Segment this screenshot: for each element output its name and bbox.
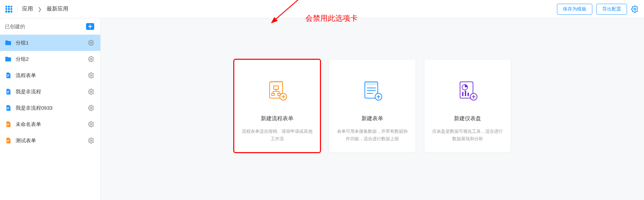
save-template-button[interactable]: 保存为模板	[557, 4, 592, 15]
breadcrumb-current: 最新应用	[47, 5, 68, 13]
svg-point-7	[90, 140, 92, 142]
create-card-1[interactable]: 新建表单表单可用来搜集数据，并带有数据协作功能，适合进行数据上报	[329, 59, 416, 153]
sidebar-header: 已创建的	[0, 18, 100, 35]
document-icon	[5, 105, 12, 111]
sidebar-item-label: 分组2	[16, 56, 84, 62]
main-content: 新建流程表单流程表单适合报销、请假申请或其他工作流新建表单表单可用来搜集数据，并…	[101, 18, 644, 200]
header-left: 应用 ❯ 最新应用	[5, 5, 68, 13]
sidebar-item-label: 分组1	[16, 40, 84, 46]
card-description: 流程表单适合报销、请假申请或其他工作流	[241, 128, 313, 143]
header: 应用 ❯ 最新应用 保存为模板 导出配置	[0, 0, 644, 18]
svg-rect-31	[468, 93, 469, 96]
gear-icon[interactable]	[88, 40, 94, 46]
create-card-2[interactable]: 新建仪表盘仪表盘是数据可视化工具，适合进行数据展现和分析	[424, 59, 511, 153]
card-title: 新建仪表盘	[454, 115, 481, 122]
chevron-right-icon: ❯	[38, 6, 42, 12]
card-title: 新建表单	[361, 115, 383, 122]
sidebar-item-4[interactable]: 我是非流程0933	[0, 100, 100, 116]
annotation-arrow-icon	[271, 0, 311, 25]
separator	[17, 5, 17, 13]
sidebar-title: 已创建的	[5, 23, 25, 30]
svg-rect-29	[462, 92, 463, 96]
folder-icon	[5, 39, 12, 46]
svg-line-35	[275, 0, 308, 20]
form-icon	[361, 80, 383, 102]
svg-point-4	[90, 91, 92, 93]
gear-icon[interactable]	[88, 72, 94, 78]
sidebar-item-label: 我是非流程0933	[16, 105, 84, 111]
settings-icon[interactable]	[631, 5, 639, 13]
document-icon	[5, 88, 12, 95]
sidebar: 已创建的 分组1分组2流程表单我是非流程我是非流程0933未命名表单测试表单	[0, 18, 101, 200]
gear-icon[interactable]	[88, 89, 94, 95]
sidebar-item-label: 我是非流程	[16, 89, 84, 95]
gear-icon[interactable]	[88, 56, 94, 62]
sidebar-item-5[interactable]: 未命名表单	[0, 116, 100, 132]
sidebar-item-label: 流程表单	[16, 72, 84, 79]
sidebar-item-2[interactable]: 流程表单	[0, 67, 100, 84]
sidebar-list: 分组1分组2流程表单我是非流程我是非流程0933未命名表单测试表单	[0, 35, 100, 149]
svg-point-1	[90, 42, 92, 44]
folder-icon	[5, 56, 12, 62]
sidebar-item-1[interactable]: 分组2	[0, 51, 100, 67]
gear-icon[interactable]	[88, 121, 94, 127]
document-icon	[5, 137, 12, 144]
svg-rect-30	[465, 91, 466, 96]
svg-point-5	[90, 107, 92, 109]
svg-point-0	[634, 8, 636, 10]
sidebar-item-label: 测试表单	[16, 138, 84, 144]
svg-point-2	[90, 58, 92, 60]
create-card-0[interactable]: 新建流程表单流程表单适合报销、请假申请或其他工作流	[234, 59, 321, 153]
flow-form-icon	[266, 80, 288, 102]
svg-point-6	[90, 124, 92, 125]
document-icon	[5, 72, 12, 79]
export-config-button[interactable]: 导出配置	[596, 4, 627, 15]
svg-point-3	[90, 75, 92, 76]
sidebar-item-6[interactable]: 测试表单	[0, 132, 100, 149]
gear-icon[interactable]	[88, 105, 94, 111]
card-title: 新建流程表单	[261, 115, 293, 122]
document-icon	[5, 121, 12, 128]
breadcrumb-root[interactable]: 应用	[22, 5, 33, 13]
gear-icon[interactable]	[88, 138, 94, 144]
card-description: 表单可用来搜集数据，并带有数据协作功能，适合进行数据上报	[336, 128, 409, 143]
header-right: 保存为模板 导出配置	[557, 4, 639, 15]
cards-row: 新建流程表单流程表单适合报销、请假申请或其他工作流新建表单表单可用来搜集数据，并…	[101, 59, 644, 153]
dashboard-icon	[457, 80, 478, 102]
add-button[interactable]	[86, 23, 94, 30]
svg-rect-20	[365, 82, 378, 85]
sidebar-item-label: 未命名表单	[16, 121, 84, 128]
apps-grid-icon[interactable]	[5, 6, 12, 13]
sidebar-item-3[interactable]: 我是非流程	[0, 84, 100, 100]
sidebar-item-0[interactable]: 分组1	[0, 35, 100, 51]
card-description: 仪表盘是数据可视化工具，适合进行数据展现和分析	[431, 128, 504, 143]
